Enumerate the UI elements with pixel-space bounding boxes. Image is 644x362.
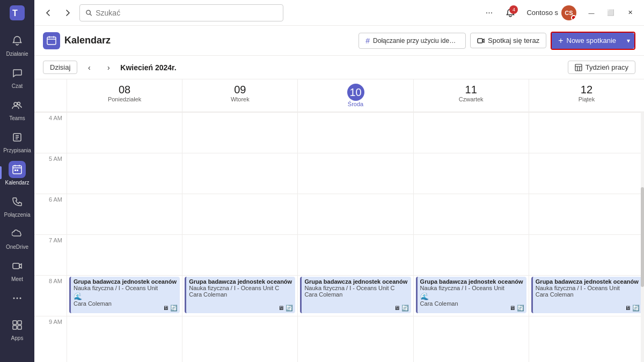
calendar-icon-box (43, 32, 60, 49)
more-icon (9, 290, 26, 307)
chevron-down-icon: ▾ (627, 37, 630, 45)
sidebar-item-apps[interactable]: Apps (0, 312, 34, 344)
restore-button[interactable]: ⬜ (603, 5, 618, 20)
user-profile-button[interactable]: Contoso s CS (523, 4, 580, 21)
hour-cell (67, 194, 182, 234)
hour-cell (67, 316, 182, 357)
day-column-thu: Grupa badawcza jednostek oceanów Nauka f… (413, 112, 529, 362)
hour-cell (298, 112, 413, 153)
hour-cell (67, 153, 182, 194)
meet-now-button[interactable]: Spotkaj się teraz (470, 33, 546, 48)
day-name: Poniedziałek (69, 96, 180, 102)
prev-week-button[interactable]: ‹ (82, 60, 97, 75)
scrollbar-thumb[interactable] (641, 187, 644, 287)
teams-icon (9, 97, 26, 114)
new-meeting-group: + Nowe spotkanie ▾ (551, 32, 635, 50)
refresh-event-icon: 🔄 (632, 305, 640, 312)
event-card[interactable]: Grupa badawcza jednostek oceanów Nauka f… (531, 277, 642, 313)
hour-cell (182, 316, 297, 357)
event-organizer: Cara Coleman (304, 291, 408, 298)
sidebar-item-teams[interactable]: Teams (0, 92, 34, 124)
sidebar-item-chat[interactable]: Czat (0, 60, 34, 92)
notification-badge: 4 (509, 5, 518, 14)
event-card[interactable]: Grupa badawcza jednostek oceanów Nauka f… (416, 277, 526, 313)
event-organizer: Cara Coleman (536, 291, 639, 298)
svg-rect-15 (18, 326, 21, 329)
refresh-event-icon: 🔄 (401, 305, 409, 312)
search-box (79, 4, 283, 21)
video-event-icon: 🖥 (394, 305, 400, 312)
hour-cell (529, 112, 644, 153)
sidebar-item-assignments[interactable]: Przypisania (0, 124, 34, 157)
hour-cell: Grupa badawcza jednostek oceanów Nauka f… (67, 275, 182, 316)
sidebar-item-meet[interactable]: Meet (0, 253, 34, 285)
forward-button[interactable] (60, 5, 75, 20)
day-name: Piątek (531, 96, 642, 102)
notifications-button[interactable]: 4 (502, 4, 519, 21)
sidebar-item-more[interactable] (0, 285, 34, 310)
close-button[interactable]: ✕ (623, 5, 638, 20)
hour-cell (529, 316, 644, 357)
sidebar-item-activity[interactable]: Działanie (0, 28, 34, 60)
day-header-thu: 11 Czwartek (413, 79, 529, 112)
hour-cell (414, 234, 529, 275)
hour-cell: Grupa badawcza jednostek oceanów Nauka f… (414, 275, 529, 316)
scrollbar-track[interactable] (641, 112, 644, 362)
hour-cell: Grupa badawcza jednostek oceanów Nauka f… (298, 275, 413, 316)
event-subtitle: Nauka fizyczna / I - Oceans Unit (536, 285, 639, 291)
day-header-mon: 08 Poniedziałek (67, 79, 182, 112)
svg-point-10 (17, 298, 18, 299)
event-organizer: Cara Coleman (420, 300, 524, 307)
time-slot-8am: 8 AM (34, 275, 67, 316)
week-view-label: Tydzień pracy (586, 63, 628, 71)
calendar-grid: 08 Poniedziałek 09 Wtorek 10 Środa 11 Cz… (34, 79, 644, 362)
calendar-icon (9, 161, 26, 178)
svg-rect-12 (13, 321, 17, 324)
more-options-button[interactable]: ··· (480, 4, 497, 21)
hour-cell (298, 234, 413, 275)
back-button[interactable] (41, 5, 56, 20)
sidebar-item-label: Teams (9, 115, 25, 121)
calendar-actions: # Dołączanie przy użyciu identyfikatora … (358, 32, 635, 50)
user-name: Contoso s (526, 9, 558, 17)
event-card[interactable]: Grupa badawcza jednostek oceanów Nauka f… (69, 277, 180, 313)
topbar: ··· 4 Contoso s CS — ⬜ ✕ (34, 0, 644, 26)
day-header-wed: 10 Środa (297, 79, 413, 112)
calendar-title: Kalendarz (64, 35, 111, 46)
main-content: ··· 4 Contoso s CS — ⬜ ✕ (34, 0, 644, 362)
hour-cell (67, 112, 182, 153)
event-action-icons: 🖥 🔄 (625, 305, 640, 312)
sidebar-item-calls[interactable]: Połączenia (0, 189, 34, 221)
event-card[interactable]: Grupa badawcza jednostek oceanów Nauka f… (300, 277, 411, 313)
hour-cell (529, 153, 644, 194)
svg-rect-7 (17, 169, 18, 171)
refresh-event-icon: 🔄 (517, 305, 524, 312)
week-view-button[interactable]: Tydzień pracy (568, 61, 635, 74)
sidebar-item-onedrive[interactable]: OneDrive (0, 221, 34, 253)
day-header-fri: 12 Piątek (529, 79, 644, 112)
new-meeting-label: Nowe spotkanie (567, 36, 617, 45)
hour-cell (298, 194, 413, 234)
hour-cell (182, 112, 297, 153)
hour-cell (182, 234, 297, 275)
new-meeting-dropdown-button[interactable]: ▾ (623, 33, 634, 49)
search-input[interactable] (96, 9, 277, 17)
calendar-days-header: 08 Poniedziałek 09 Wtorek 10 Środa 11 Cz… (34, 79, 644, 112)
hour-cell (414, 112, 529, 153)
hour-cell: Grupa badawcza jednostek oceanów Nauka f… (182, 275, 297, 316)
teams-logo[interactable]: T (0, 0, 34, 26)
sidebar-item-calendar[interactable]: Kalendarz (0, 157, 34, 189)
time-slot-7am: 7 AM (34, 234, 67, 275)
new-meeting-button[interactable]: + Nowe spotkanie (552, 33, 623, 49)
join-by-id-button[interactable]: # Dołączanie przy użyciu identyfikatora (358, 33, 466, 49)
minimize-button[interactable]: — (584, 5, 599, 20)
svg-rect-18 (478, 39, 482, 43)
refresh-event-icon: 🔄 (170, 305, 178, 312)
video-event-icon: 🖥 (625, 305, 631, 312)
event-card[interactable]: Grupa badawcza jednostek oceanów Nauka f… (185, 277, 295, 313)
event-organizer: Cara Coleman (74, 300, 177, 307)
time-slot-5am: 5 AM (34, 153, 67, 194)
plus-icon: + (558, 36, 563, 46)
today-button[interactable]: Dzisiaj (43, 61, 77, 74)
next-week-button[interactable]: › (101, 60, 116, 75)
